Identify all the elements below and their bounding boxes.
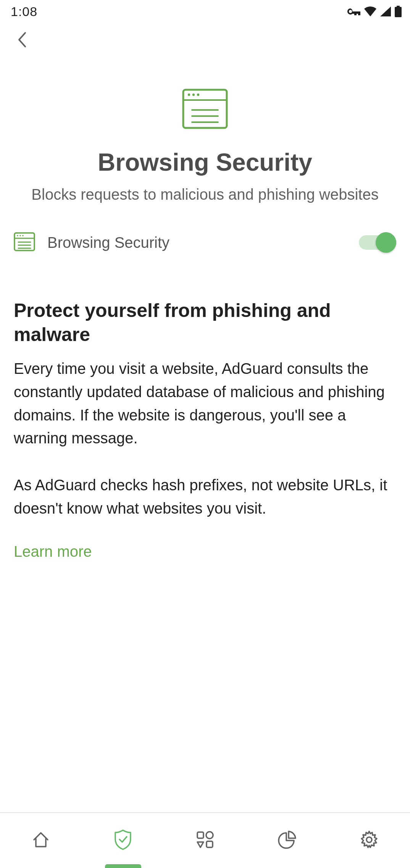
browsing-security-switch[interactable] xyxy=(359,232,396,253)
svg-point-21 xyxy=(366,837,372,842)
nav-settings[interactable] xyxy=(328,813,410,868)
hero: Browsing Security Blocks requests to mal… xyxy=(0,58,410,219)
status-time: 1:08 xyxy=(11,4,37,19)
info-section: Protect yourself from phishing and malwa… xyxy=(0,266,410,560)
nav-home[interactable] xyxy=(0,813,82,868)
gear-icon xyxy=(359,830,379,851)
nav-protection[interactable] xyxy=(82,813,164,868)
info-heading: Protect yourself from phishing and malwa… xyxy=(14,299,396,346)
browser-window-icon xyxy=(15,89,395,129)
browsing-security-toggle-row[interactable]: Browsing Security xyxy=(0,219,410,266)
svg-point-12 xyxy=(17,235,18,236)
page-title: Browsing Security xyxy=(15,148,395,176)
info-paragraph-2: As AdGuard checks hash prefixes, not web… xyxy=(14,474,396,520)
svg-point-19 xyxy=(206,832,213,839)
shapes-icon xyxy=(195,830,215,851)
nav-apps[interactable] xyxy=(164,813,246,868)
toolbar xyxy=(0,23,410,58)
pie-chart-icon xyxy=(277,830,297,851)
vpn-key-icon xyxy=(347,7,360,16)
status-bar: 1:08 xyxy=(0,0,410,23)
svg-point-4 xyxy=(188,94,190,96)
bottom-nav xyxy=(0,812,410,868)
signal-icon xyxy=(380,6,391,16)
shield-check-icon xyxy=(113,829,133,852)
svg-point-5 xyxy=(192,94,195,96)
nav-active-indicator xyxy=(105,864,141,868)
wifi-icon xyxy=(364,6,376,16)
svg-rect-18 xyxy=(197,832,203,838)
status-icons xyxy=(347,6,402,17)
nav-stats[interactable] xyxy=(246,813,328,868)
home-icon xyxy=(31,830,51,851)
page-subtitle: Blocks requests to malicious and phishin… xyxy=(15,185,395,204)
svg-point-13 xyxy=(19,235,21,236)
svg-point-14 xyxy=(22,235,24,236)
info-paragraph-1: Every time you visit a website, AdGuard … xyxy=(14,357,396,450)
learn-more-link[interactable]: Learn more xyxy=(14,543,92,560)
svg-rect-0 xyxy=(395,7,402,17)
svg-rect-20 xyxy=(207,841,213,847)
toggle-label: Browsing Security xyxy=(47,234,359,251)
battery-icon xyxy=(395,6,402,17)
svg-point-6 xyxy=(197,94,199,96)
browser-window-small-icon xyxy=(14,232,35,253)
back-button[interactable] xyxy=(15,31,31,50)
svg-rect-1 xyxy=(397,6,400,7)
